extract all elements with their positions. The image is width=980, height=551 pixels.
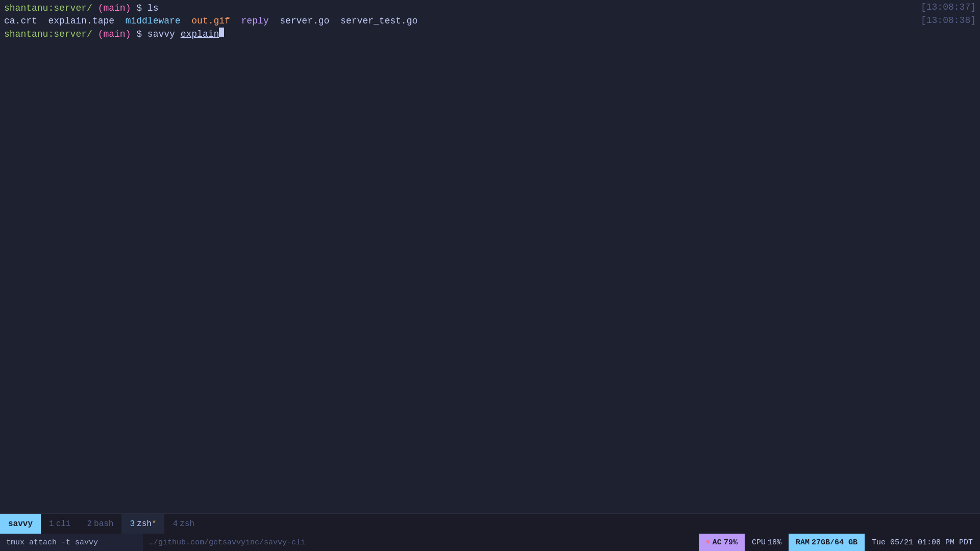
battery-value: 79% bbox=[724, 538, 738, 547]
status-path: …/github.com/getsavvyinc/savvy-cli bbox=[143, 534, 699, 551]
file-ca-crt: ca.crt bbox=[4, 15, 37, 28]
tab-row: savvy 1 cli 2 bash 3 zsh* 4 zsh bbox=[0, 513, 980, 534]
status-row: tmux attach -t savvy …/github.com/getsav… bbox=[0, 534, 980, 551]
tab-2-bash[interactable]: 2 bash bbox=[79, 514, 121, 534]
cpu-label: CPU bbox=[752, 538, 766, 547]
tab-2-num: 2 bbox=[87, 519, 92, 529]
status-ram: RAM 27GB/64 GB bbox=[789, 534, 865, 551]
status-datetime: Tue 05/21 01:08 PM PDT bbox=[865, 534, 980, 551]
session-name[interactable]: savvy bbox=[0, 514, 41, 534]
tab-1-label: cli bbox=[56, 519, 71, 529]
timestamp-2: [13:08:38] bbox=[921, 15, 976, 26]
cmd-savvy: savvy bbox=[148, 28, 181, 41]
prompt-dollar-1: $ bbox=[131, 2, 147, 15]
ram-value: 27GB/64 GB bbox=[812, 538, 857, 547]
terminal-content: shantanu:server/ (main) $ ls ca.crt expl… bbox=[0, 0, 980, 43]
tab-4-zsh[interactable]: 4 zsh bbox=[164, 514, 202, 534]
tab-1-num: 1 bbox=[49, 519, 54, 529]
heart-icon: ♥ bbox=[706, 538, 710, 547]
file-server-go: server.go bbox=[280, 15, 329, 28]
tab-3-star: * bbox=[152, 519, 157, 529]
status-cpu: CPU 18% bbox=[745, 534, 789, 551]
tab-4-label: zsh bbox=[180, 519, 194, 529]
file-reply: reply bbox=[241, 15, 269, 28]
prompt-user-3: shantanu:server/ bbox=[4, 28, 92, 41]
tab-3-num: 3 bbox=[130, 519, 135, 529]
cpu-value: 18% bbox=[768, 538, 781, 547]
status-right: ♥ AC 79% CPU 18% RAM 27GB/64 GB Tue 05/2… bbox=[699, 534, 980, 551]
tab-4-num: 4 bbox=[173, 519, 178, 529]
terminal-line-2-output: ca.crt explain.tape middleware out.gif r… bbox=[4, 15, 976, 28]
prompt-user-1: shantanu:server/ bbox=[4, 2, 92, 15]
prompt-branch-1: (main) bbox=[92, 2, 131, 15]
terminal-cursor bbox=[219, 28, 224, 37]
terminal-line-3: shantanu:server/ (main) $ savvy explain bbox=[4, 28, 976, 41]
prompt-branch-3: (main) bbox=[92, 28, 131, 41]
ram-label: RAM bbox=[796, 538, 810, 547]
cmd-ls: ls bbox=[148, 2, 159, 15]
timestamp-1: [13:08:37] bbox=[921, 2, 976, 12]
file-explain-tape: explain.tape bbox=[48, 15, 114, 28]
tab-1-cli[interactable]: 1 cli bbox=[41, 514, 79, 534]
status-command: tmux attach -t savvy bbox=[0, 534, 143, 551]
status-battery: ♥ AC 79% bbox=[699, 534, 745, 551]
file-server-test-go: server_test.go bbox=[340, 15, 418, 28]
battery-label: AC bbox=[713, 538, 722, 547]
terminal-line-1: shantanu:server/ (main) $ ls bbox=[4, 2, 976, 15]
tab-3-zsh[interactable]: 3 zsh* bbox=[121, 514, 164, 534]
prompt-dollar-3: $ bbox=[131, 28, 147, 41]
bottom-area: savvy 1 cli 2 bash 3 zsh* 4 zsh tmux att… bbox=[0, 513, 980, 551]
tab-3-label: zsh bbox=[137, 519, 152, 529]
file-middleware: middleware bbox=[126, 15, 181, 28]
file-out-gif: out.gif bbox=[191, 15, 230, 28]
terminal: shantanu:server/ (main) $ ls ca.crt expl… bbox=[0, 0, 980, 551]
tab-2-label: bash bbox=[94, 519, 113, 529]
cmd-arg-explain: explain bbox=[181, 28, 219, 41]
